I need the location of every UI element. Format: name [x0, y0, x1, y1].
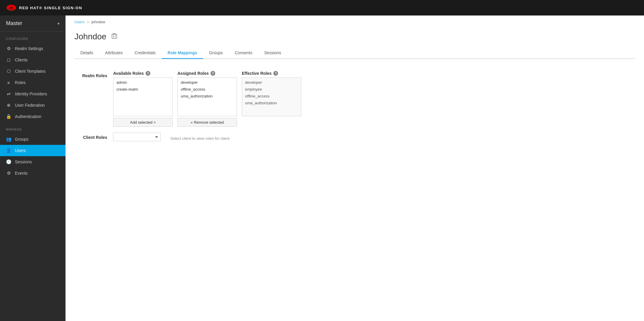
sidebar-item-realm-settings[interactable]: ⚙ Realm Settings: [0, 43, 66, 54]
main-content: Users » johndoe Johndoe Details: [66, 15, 644, 321]
page-header: Johndoe: [74, 32, 635, 41]
sidebar-item-clients[interactable]: ◻ Clients: [0, 54, 66, 66]
list-item: employee: [242, 86, 301, 93]
sidebar-item-label: Realm Settings: [15, 46, 43, 51]
tab-role-mappings[interactable]: Role Mappings: [162, 47, 203, 59]
effective-roles-col: Effective Roles ? developer employee off…: [242, 71, 301, 116]
assigned-roles-header: Assigned Roles ?: [177, 71, 237, 76]
available-roles-listbox[interactable]: admin create-realm: [113, 77, 173, 116]
client-roles-section: Client Roles Select client to view roles…: [74, 133, 635, 141]
remove-selected-button[interactable]: « Remove selected: [177, 118, 237, 127]
page-title: Johndoe: [74, 32, 106, 41]
breadcrumb-current: johndoe: [91, 20, 105, 24]
app-title: RED HAT® SINGLE SIGN-ON: [19, 6, 82, 10]
list-item[interactable]: offline_access: [178, 86, 237, 93]
sessions-icon: 🕐: [6, 159, 11, 165]
roles-icon: ≡: [6, 80, 11, 85]
sidebar-item-users[interactable]: 👤 Users: [0, 145, 66, 156]
breadcrumb-separator: »: [87, 20, 89, 24]
sidebar-item-events[interactable]: ⚙ Events: [0, 168, 66, 179]
sidebar: Master ▾ Configure ⚙ Realm Settings ◻ Cl…: [0, 15, 66, 321]
configure-section-label: Configure: [0, 32, 66, 43]
client-roles-hint: Select client to view roles for client: [166, 133, 230, 141]
list-item[interactable]: create-realm: [113, 86, 172, 93]
topbar: RED HAT® SINGLE SIGN-ON: [0, 0, 644, 15]
tab-sessions[interactable]: Sessions: [258, 47, 287, 59]
sidebar-item-authentication[interactable]: 🔒 Authentication: [0, 111, 66, 122]
users-icon: 👤: [6, 148, 11, 153]
sidebar-item-label: Sessions: [15, 159, 32, 164]
list-item: uma_authorization: [242, 100, 301, 106]
realm-roles-cols-row: Available Roles ? admin create-realm Add…: [113, 71, 301, 127]
sidebar-item-label: Users: [15, 148, 26, 153]
sidebar-item-identity-providers[interactable]: ⇌ Identity Providers: [0, 88, 66, 100]
effective-roles-help-icon[interactable]: ?: [273, 71, 278, 76]
list-item: offline_access: [242, 93, 301, 100]
realm-roles-label: Realm Roles: [74, 71, 113, 78]
realm-settings-icon: ⚙: [6, 46, 11, 51]
tab-consents[interactable]: Consents: [229, 47, 258, 59]
sidebar-item-label: Events: [15, 171, 28, 176]
groups-icon: 👥: [6, 137, 11, 142]
clients-icon: ◻: [6, 57, 11, 63]
client-roles-label: Client Roles: [74, 133, 113, 140]
app-layout: Master ▾ Configure ⚙ Realm Settings ◻ Cl…: [0, 15, 644, 321]
sidebar-item-client-templates[interactable]: ⬡ Client Templates: [0, 66, 66, 77]
effective-roles-listbox: developer employee offline_access uma_au…: [242, 77, 301, 116]
realm-selector[interactable]: Master ▾: [0, 15, 66, 32]
available-roles-help-icon[interactable]: ?: [146, 71, 150, 76]
available-roles-label: Available Roles: [113, 71, 144, 76]
list-item: developer: [242, 79, 301, 86]
realm-chevron-icon: ▾: [57, 21, 60, 26]
identity-providers-icon: ⇌: [6, 91, 11, 97]
list-item[interactable]: developer: [178, 79, 237, 86]
available-roles-header: Available Roles ?: [113, 71, 173, 76]
logo: RED HAT® SINGLE SIGN-ON: [6, 4, 82, 12]
realm-roles-section: Realm Roles Available Roles ? admin: [74, 71, 635, 127]
sidebar-item-user-federation[interactable]: ⊕ User Federation: [0, 100, 66, 111]
assigned-roles-label: Assigned Roles: [177, 71, 209, 76]
client-templates-icon: ⬡: [6, 69, 11, 74]
sidebar-item-label: User Federation: [15, 103, 45, 108]
sidebar-item-roles[interactable]: ≡ Roles: [0, 77, 66, 88]
authentication-icon: 🔒: [6, 114, 11, 119]
assigned-roles-help-icon[interactable]: ?: [210, 71, 215, 76]
trash-icon: [112, 33, 117, 39]
sidebar-item-label: Groups: [15, 137, 29, 142]
sidebar-item-label: Roles: [15, 80, 26, 85]
user-federation-icon: ⊕: [6, 103, 11, 108]
events-icon: ⚙: [6, 170, 11, 176]
tab-credentials[interactable]: Credentials: [129, 47, 162, 59]
available-roles-col: Available Roles ? admin create-realm Add…: [113, 71, 173, 127]
sidebar-item-sessions[interactable]: 🕐 Sessions: [0, 156, 66, 168]
breadcrumb-users-link[interactable]: Users: [74, 20, 85, 24]
sidebar-item-label: Authentication: [15, 114, 41, 119]
delete-user-button[interactable]: [110, 32, 118, 41]
sidebar-item-label: Identity Providers: [15, 92, 47, 96]
content-area: Johndoe Details Attributes Credentials R…: [66, 26, 644, 321]
sidebar-item-label: Clients: [15, 58, 28, 62]
client-roles-select[interactable]: [113, 133, 161, 141]
effective-roles-label: Effective Roles: [242, 71, 272, 76]
sidebar-item-label: Client Templates: [15, 69, 46, 74]
realm-name: Master: [6, 20, 22, 27]
sidebar-item-groups[interactable]: 👥 Groups: [0, 134, 66, 145]
tabs-bar: Details Attributes Credentials Role Mapp…: [74, 47, 635, 59]
manage-section-label: Manage: [0, 122, 66, 134]
assigned-roles-col: Assigned Roles ? developer offline_acces…: [177, 71, 237, 127]
realm-roles-columns-area: Available Roles ? admin create-realm Add…: [113, 71, 301, 127]
tab-attributes[interactable]: Attributes: [99, 47, 129, 59]
breadcrumb: Users » johndoe: [66, 15, 644, 26]
effective-roles-header: Effective Roles ?: [242, 71, 301, 76]
tab-groups[interactable]: Groups: [203, 47, 229, 59]
tab-details[interactable]: Details: [74, 47, 99, 59]
role-mappings-panel: Realm Roles Available Roles ? admin: [74, 68, 635, 144]
assigned-roles-listbox[interactable]: developer offline_access uma_authorizati…: [177, 77, 237, 116]
redhat-logo-icon: [6, 4, 17, 12]
list-item[interactable]: admin: [113, 79, 172, 86]
add-selected-button[interactable]: Add selected >: [113, 118, 173, 127]
svg-rect-1: [112, 34, 117, 38]
list-item[interactable]: uma_authorization: [178, 93, 237, 100]
